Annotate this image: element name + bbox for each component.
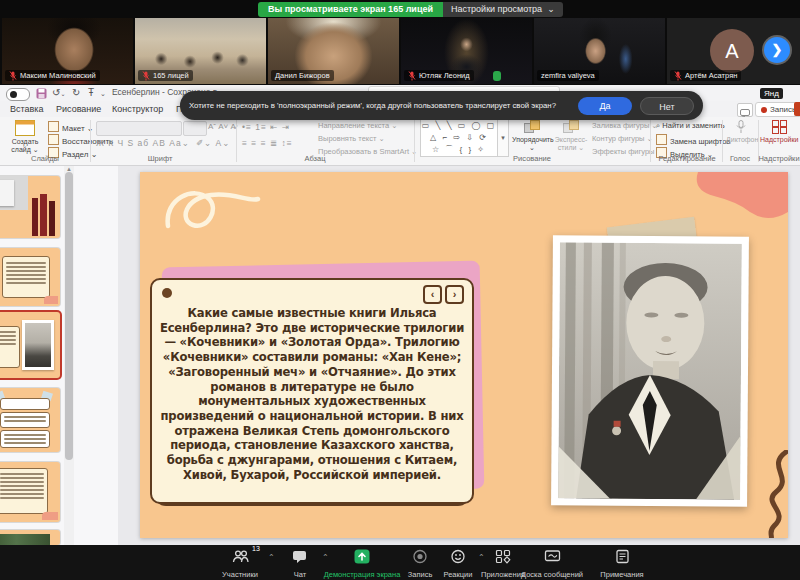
list-indent-buttons[interactable]: •≡ 1≡ ⇤ ⇥ [242, 122, 290, 132]
slide-canvas[interactable]: ‹ › Какие самые известные книги Ильяса Е… [140, 172, 788, 538]
powerpoint-window: ↺⌄ ↻ Ŧ ⌄ Есенберлин - Сохранено в ... Ян… [0, 85, 800, 545]
mic-icon [736, 120, 746, 134]
portrait-photo[interactable] [551, 235, 749, 506]
chevron-down-icon: ⌄ [547, 2, 555, 17]
slide-thumbnail-3-selected[interactable] [0, 312, 60, 378]
save-icon[interactable] [36, 88, 47, 99]
group-label-editing: Редактирование [656, 154, 718, 163]
participant-video: 165 лицей [135, 18, 266, 84]
slide-thumbnail-5[interactable] [0, 462, 60, 522]
tab-insert[interactable]: Вставка [10, 101, 43, 117]
muted-mic-icon [408, 71, 416, 81]
align-text-button[interactable]: Выровнять текст ⌄ [318, 134, 385, 143]
workspace: ▲ ‹ › Какие самые известные книги Ильяса… [0, 166, 800, 545]
addins-button[interactable]: Надстройки [760, 120, 798, 144]
quick-access-menu-button[interactable]: ⌄ [100, 86, 106, 101]
undo-button[interactable]: ↺⌄ [52, 86, 65, 101]
participant-name-tag: Данил Бижоров [271, 70, 334, 81]
shape-outline-button[interactable]: Контур фигуры ⌄ [592, 134, 653, 143]
quick-styles-button[interactable]: Экспресс-стили ⌄ [552, 120, 590, 152]
replace-fonts-button[interactable]: Замена шрифтов [656, 134, 730, 146]
dictate-button[interactable]: Диктофон [726, 120, 756, 144]
next-arrow-button[interactable]: › [445, 285, 464, 304]
group-label-slides: Слайды [4, 154, 86, 163]
screen-view-banner: Вы просматриваете экран 165 лицей Настро… [258, 2, 563, 17]
shapes-gallery[interactable]: ▭ ╲ ╲ ▭ ◯ ▢ △ ⌐ ⇨ ⇩ ⟳ ☆ ⌒ { } ✧ [420, 119, 498, 157]
video-gallery-strip: Вы просматриваете экран 165 лицей Настро… [0, 0, 800, 85]
participant-name-tag: 165 лицей [138, 70, 193, 81]
corner-blob [688, 172, 788, 224]
new-slide-icon [15, 120, 35, 136]
group-label-voice: Голос [722, 154, 758, 163]
prev-arrow-button[interactable]: ‹ [423, 285, 442, 304]
avatar: А [710, 29, 754, 73]
group-label-font: Шрифт [110, 154, 210, 163]
shape-fill-button[interactable]: Заливка фигуры ⌄ [592, 121, 658, 130]
shapes-gallery-more-button[interactable]: ▾ [498, 119, 509, 157]
participant-name-tag: zemfira valiyeva [537, 70, 599, 81]
text-direction-button[interactable]: Направление текста ⌄ [318, 121, 397, 130]
reset-icon [48, 134, 59, 145]
autosave-toggle[interactable] [6, 88, 30, 101]
participant-video: Данил Бижоров [268, 18, 399, 84]
notes-icon [615, 549, 630, 564]
ribbon: Создать слайд ⌄ Макет ⌄ Восстановить Раз… [0, 117, 800, 166]
participant-name-tag: Максим Малиновский [5, 70, 100, 81]
font-style-buttons[interactable]: Ж К Ч S аб АВ Аа⌄ [96, 138, 190, 148]
brown-squiggle [760, 450, 788, 538]
replace-fonts-icon [656, 134, 667, 145]
participant-name-tag: Артём Асатрян [670, 70, 741, 81]
scrollbar-thumb[interactable] [65, 172, 73, 460]
arrange-button[interactable]: Упорядочить ⌄ [512, 120, 552, 152]
share-screen-icon [354, 549, 370, 564]
layout-icon [48, 121, 59, 132]
group-label-paragraph: Абзац [280, 154, 350, 163]
slide-thumbnails-panel: ▲ [0, 166, 118, 545]
view-options-button[interactable]: Настройки просмотра ⌄ [443, 2, 563, 17]
font-size-buttons[interactable]: Аˆ А˅ А̷ [208, 122, 236, 131]
participant-video: Ютляк Леонид [401, 18, 532, 84]
dialog-no-button[interactable]: Нет [640, 97, 694, 115]
participant-video: zemfira valiyeva [534, 18, 665, 84]
tab-design[interactable]: Конструктор [112, 101, 163, 117]
arrange-icon [524, 120, 540, 134]
font-color-buttons[interactable]: ✐⌄ А⌄ [196, 138, 230, 148]
notes-button[interactable]: Примечания [579, 549, 665, 579]
yandex-badge: Янд [760, 88, 783, 99]
whiteboard-icon [544, 549, 561, 564]
muted-mic-icon [9, 71, 17, 81]
next-page-arrow-button[interactable]: ❯ [764, 37, 790, 63]
meeting-toolbar: Участники 13 ⌃ Чат ⌃ Демонстрация экрана… [0, 545, 800, 580]
viewing-screen-label: Вы просматриваете экран 165 лицей [258, 2, 443, 17]
muted-mic-icon [674, 71, 682, 81]
chat-icon [292, 549, 308, 564]
slide-thumbnail-2[interactable] [0, 248, 60, 306]
quick-styles-icon [563, 120, 579, 134]
participants-icon [232, 549, 249, 564]
quick-access-pin-button[interactable]: Ŧ [88, 86, 94, 100]
record-dot-icon [761, 107, 767, 113]
addins-icon [772, 120, 787, 134]
font-name-input[interactable] [96, 121, 182, 136]
participant-video: Максим Малиновский [2, 18, 133, 84]
screen: Вы просматриваете экран 165 лицей Настро… [0, 0, 800, 580]
new-slide-button[interactable]: Создать слайд ⌄ [4, 120, 46, 154]
layout-button[interactable]: Макет ⌄ [48, 121, 94, 133]
slide-thumbnail-6[interactable] [0, 530, 60, 545]
share-button-edge[interactable] [794, 102, 800, 116]
font-size-input[interactable] [183, 121, 207, 136]
slide-thumbnail-4[interactable] [0, 388, 60, 452]
align-buttons[interactable]: ≡ ≡ ≡ ≣ ↕≡ [242, 138, 293, 148]
participant-name-tag: Ютляк Леонид [404, 70, 474, 81]
find-replace-button[interactable]: ⌕ Найти и заменить [656, 121, 725, 131]
scrollbar-up-arrow[interactable]: ▲ [64, 166, 74, 172]
muted-mic-icon [142, 71, 150, 81]
comments-button[interactable] [737, 103, 753, 117]
portrait-photo-image [558, 242, 742, 499]
tab-draw[interactable]: Рисование [56, 101, 101, 117]
slide-thumbnail-1[interactable] [0, 176, 60, 238]
text-card[interactable]: ‹ › Какие самые известные книги Ильяса Е… [150, 278, 474, 504]
shape-effects-button[interactable]: Эффекты фигуры ⌄ [592, 147, 663, 156]
dialog-yes-button[interactable]: Да [578, 97, 632, 115]
redo-button[interactable]: ↻ [72, 86, 80, 100]
